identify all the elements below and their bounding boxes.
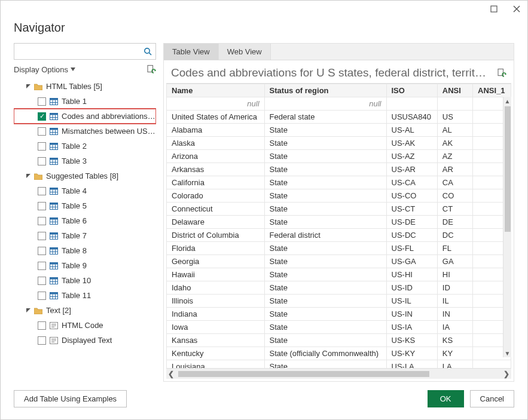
tree-item[interactable]: Table 7: [14, 228, 156, 243]
tree-item[interactable]: Displayed Text: [14, 333, 156, 348]
checkbox[interactable]: [38, 277, 46, 285]
cell: US-AR: [386, 163, 437, 176]
tree-item[interactable]: ✓Codes and abbreviations f...: [14, 109, 156, 124]
table-row[interactable]: IndianaStateUS-ININ: [167, 308, 511, 321]
table-row[interactable]: IowaStateUS-IAIA: [167, 321, 511, 334]
tree-item[interactable]: Table 8: [14, 243, 156, 258]
ok-button[interactable]: OK: [428, 390, 464, 407]
cell: State: [264, 308, 386, 321]
table-row[interactable]: DelawareStateUS-DEDE: [167, 216, 511, 229]
tab-table-view[interactable]: Table View: [164, 44, 219, 60]
search-field[interactable]: [18, 47, 144, 57]
table-row[interactable]: KansasStateUS-KSKS: [167, 334, 511, 347]
checkbox[interactable]: [38, 187, 46, 195]
table-row[interactable]: FloridaStateUS-FLFL: [167, 242, 511, 255]
checkbox[interactable]: [38, 217, 46, 225]
cell: Louisiana: [167, 360, 265, 369]
tree-item[interactable]: Table 4: [14, 183, 156, 198]
tree-item[interactable]: Mismatches between USP...: [14, 124, 156, 139]
cancel-button[interactable]: Cancel: [470, 390, 514, 407]
table-row[interactable]: AlaskaStateUS-AKAK: [167, 137, 511, 150]
cell: State: [264, 216, 386, 229]
horizontal-scrollbar[interactable]: ❮ ❯: [166, 368, 511, 379]
tree-view[interactable]: HTML Tables [5]Table 1✓Codes and abbrevi…: [14, 78, 156, 382]
refresh-icon[interactable]: [147, 65, 156, 74]
tree-group[interactable]: Suggested Tables [8]: [14, 168, 156, 183]
add-column-icon[interactable]: [497, 68, 506, 78]
checkbox[interactable]: [38, 292, 46, 300]
scroll-down-icon[interactable]: ▼: [503, 349, 512, 357]
expander-icon[interactable]: [25, 173, 32, 179]
close-icon[interactable]: [509, 2, 524, 16]
table-row[interactable]: ConnecticutStateUS-CTCT: [167, 203, 511, 216]
tree-item[interactable]: Table 10: [14, 273, 156, 288]
column-header[interactable]: Name: [167, 84, 265, 97]
column-header[interactable]: ANSI_1: [473, 84, 511, 97]
search-input[interactable]: [14, 43, 156, 60]
scroll-left-icon[interactable]: ❮: [166, 370, 176, 378]
cell: State: [264, 150, 386, 163]
cell: US-CT: [386, 203, 437, 216]
table-row[interactable]: District of ColumbiaFederal districtUS-D…: [167, 229, 511, 242]
column-header[interactable]: ISO: [386, 84, 437, 97]
table-row[interactable]: United States of AmericaFederal stateUSU…: [167, 111, 511, 124]
scroll-up-icon[interactable]: ▲: [503, 97, 512, 105]
tree-item[interactable]: Table 2: [14, 139, 156, 154]
scroll-right-icon[interactable]: ❯: [502, 370, 511, 378]
cell: State: [264, 255, 386, 268]
v-scroll-thumb[interactable]: [505, 106, 511, 232]
table-row[interactable]: HawaiiStateUS-HIHI: [167, 268, 511, 281]
column-header[interactable]: Status of region: [264, 84, 386, 97]
table-row[interactable]: ArkansasStateUS-ARAR: [167, 163, 511, 176]
checkbox[interactable]: [38, 247, 46, 255]
tree-item[interactable]: Table 9: [14, 258, 156, 273]
tree-item-label: Table 3: [62, 157, 87, 165]
checkbox[interactable]: [38, 321, 46, 330]
vertical-scrollbar[interactable]: ▲ ▼: [503, 97, 511, 357]
checkbox[interactable]: [38, 262, 46, 270]
table-row[interactable]: AlabamaStateUS-ALAL: [167, 124, 511, 137]
svg-marker-75: [26, 308, 30, 312]
cell: IL: [437, 295, 472, 308]
tree-item[interactable]: Table 6: [14, 213, 156, 228]
table-row[interactable]: ArizonaStateUS-AZAZ: [167, 150, 511, 163]
display-options-dropdown[interactable]: Display Options: [14, 65, 75, 74]
tree-item[interactable]: Table 1: [14, 94, 156, 109]
checkbox[interactable]: [38, 142, 46, 151]
table-icon: [50, 262, 58, 269]
cell: US-AZ: [386, 150, 437, 163]
tree-item-label: Mismatches between USP...: [62, 127, 156, 136]
tree-group[interactable]: Text [2]: [14, 303, 156, 318]
table-row[interactable]: IdahoStateUS-IDID: [167, 281, 511, 295]
column-header[interactable]: ANSI: [437, 84, 472, 97]
table-row[interactable]: nullnull: [167, 97, 511, 111]
table-row[interactable]: IllinoisStateUS-ILIL: [167, 295, 511, 308]
checkbox[interactable]: [38, 97, 46, 106]
checkbox[interactable]: [38, 232, 46, 240]
tree-item[interactable]: Table 5: [14, 198, 156, 213]
table-row[interactable]: KentuckyState (officially Commonwealth)U…: [167, 347, 511, 360]
checkbox[interactable]: [38, 127, 46, 136]
table-row[interactable]: ColoradoStateUS-COCO: [167, 189, 511, 203]
tree-group[interactable]: HTML Tables [5]: [14, 79, 156, 94]
tree-item[interactable]: Table 11: [14, 288, 156, 303]
table-row[interactable]: CaliforniaStateUS-CACA: [167, 176, 511, 189]
table-row[interactable]: LouisianaStateUS-LALA: [167, 360, 511, 369]
tree-item-label: HTML Code: [62, 321, 103, 330]
cell: CT: [437, 203, 472, 216]
expander-icon[interactable]: [25, 84, 32, 89]
checkbox[interactable]: [38, 202, 46, 210]
expander-icon[interactable]: [25, 308, 32, 313]
h-scroll-thumb[interactable]: [178, 371, 429, 377]
checkbox[interactable]: [38, 157, 46, 165]
checkbox[interactable]: [38, 336, 46, 345]
tree-item[interactable]: HTML Code: [14, 318, 156, 333]
checkbox[interactable]: ✓: [38, 112, 46, 121]
maximize-icon[interactable]: [487, 2, 501, 16]
add-table-using-examples-button[interactable]: Add Table Using Examples: [14, 390, 127, 407]
tree-item[interactable]: Table 3: [14, 154, 156, 168]
data-grid[interactable]: NameStatus of regionISOANSIANSI_1nullnul…: [166, 84, 511, 368]
tree-item-label: Table 7: [62, 231, 87, 240]
table-row[interactable]: GeorgiaStateUS-GAGA: [167, 255, 511, 268]
tab-web-view[interactable]: Web View: [219, 44, 271, 60]
